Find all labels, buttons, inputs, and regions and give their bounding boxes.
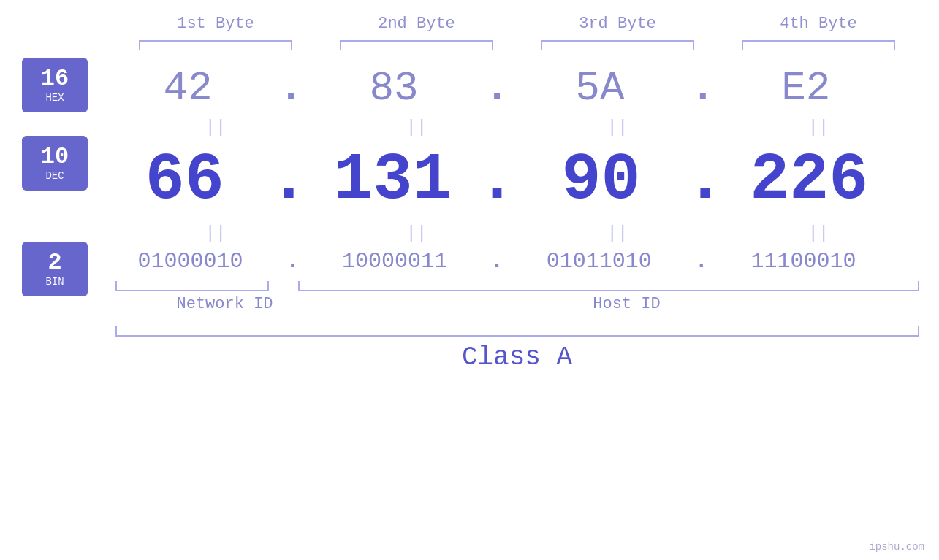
top-bracket-3 (541, 40, 694, 50)
watermark: ipshu.com (869, 541, 924, 553)
bin-dot-3: . (695, 249, 708, 274)
top-brackets (115, 40, 919, 50)
bin-dot-1: . (286, 249, 299, 274)
byte-labels-row: 1st Byte 2nd Byte 3rd Byte 4th Byte (115, 15, 919, 33)
eq2-2: || (329, 223, 504, 243)
main-container: 1st Byte 2nd Byte 3rd Byte 4th Byte 16 H… (0, 0, 939, 560)
hex-byte-2: 83 (306, 65, 482, 112)
eq2-4: || (731, 223, 906, 243)
bin-dot-2: . (490, 249, 503, 274)
byte-label-3: 3rd Byte (530, 15, 705, 33)
top-bracket-1 (139, 40, 292, 50)
class-bracket-row (115, 326, 919, 337)
dec-base-label: 10 DEC (22, 136, 88, 191)
dec-values-row: 66 . 131 . 90 . 226 (95, 143, 899, 218)
dec-dot-1: . (269, 143, 308, 218)
dec-byte-3: 90 (513, 143, 688, 218)
class-bracket (115, 326, 919, 337)
bin-byte-3: 01011010 (512, 249, 687, 274)
hex-base-label: 16 HEX (22, 58, 88, 112)
eq1-1: || (128, 118, 303, 137)
eq2-1: || (128, 223, 303, 243)
top-bracket-2 (340, 40, 493, 50)
dec-byte-4: 226 (721, 143, 897, 218)
host-id-label: Host ID (335, 295, 919, 313)
eq1-4: || (731, 118, 906, 137)
hex-dot-1: . (278, 65, 303, 112)
hex-dot-3: . (691, 65, 715, 112)
bin-byte-2: 10000011 (307, 249, 482, 274)
bin-byte-1: 01000010 (102, 249, 278, 274)
hex-dot-2: . (484, 65, 509, 112)
hex-byte-1: 42 (100, 65, 275, 112)
eq2-3: || (530, 223, 705, 243)
host-bottom-bracket (298, 281, 919, 291)
class-label: Class A (115, 342, 919, 372)
dec-dot-2: . (477, 143, 517, 218)
network-bottom-bracket (115, 281, 269, 291)
bin-base-label: 2 BIN (22, 242, 88, 296)
bin-values-row: 01000010 . 10000011 . 01011010 . 1110001… (95, 249, 899, 274)
eq1-2: || (329, 118, 504, 137)
equals-row-1: || || || || (115, 112, 919, 143)
dec-byte-1: 66 (97, 143, 273, 218)
network-id-label: Network ID (115, 295, 335, 313)
network-host-label-row: Network ID Host ID (115, 295, 919, 313)
byte-label-1: 1st Byte (128, 15, 303, 33)
hex-values-row: 42 . 83 . 5A . E2 (95, 65, 899, 112)
hex-byte-4: E2 (718, 65, 894, 112)
hex-byte-3: 5A (512, 65, 688, 112)
byte-label-2: 2nd Byte (329, 15, 504, 33)
bottom-brackets-row (115, 281, 919, 291)
byte-label-4: 4th Byte (731, 15, 906, 33)
equals-row-2: || || || || (115, 218, 919, 249)
dec-dot-3: . (685, 143, 725, 218)
bin-byte-4: 11100010 (716, 249, 892, 274)
top-bracket-4 (742, 40, 895, 50)
dec-byte-2: 131 (305, 143, 481, 218)
eq1-3: || (530, 118, 705, 137)
